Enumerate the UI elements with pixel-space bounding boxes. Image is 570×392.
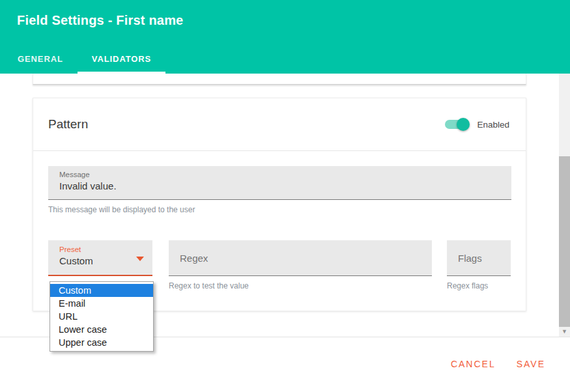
pattern-title: Pattern xyxy=(48,98,88,150)
message-field-value: Invalid value. xyxy=(59,180,511,191)
message-helper-text: This message will be displayed to the us… xyxy=(48,205,511,214)
preset-select-label: Preset xyxy=(59,245,152,253)
scrollbar-down-arrow-icon[interactable]: ▼ xyxy=(559,327,570,336)
field-settings-modal: Field Settings - First name GENERAL VALI… xyxy=(0,0,570,392)
dropdown-option-email[interactable]: E-mail xyxy=(50,297,153,310)
regex-column: Regex Regex to test the value xyxy=(169,240,432,290)
enabled-toggle-label: Enabled xyxy=(477,120,509,130)
tab-bar: GENERAL VALIDATORS xyxy=(3,44,165,74)
flags-input[interactable]: Flags xyxy=(447,240,511,276)
dropdown-option-custom[interactable]: Custom xyxy=(50,284,153,297)
enabled-toggle-row: Enabled xyxy=(445,98,509,150)
modal-header: Field Settings - First name GENERAL VALI… xyxy=(0,0,570,74)
flags-helper-text: Regex flags xyxy=(447,281,511,290)
save-button[interactable]: SAVE xyxy=(517,359,545,369)
tab-validators[interactable]: VALIDATORS xyxy=(78,44,165,74)
previous-card-edge xyxy=(33,74,526,85)
footer-buttons: CANCEL SAVE xyxy=(451,359,545,369)
cancel-button[interactable]: CANCEL xyxy=(451,359,496,369)
dropdown-option-upper-case[interactable]: Upper case xyxy=(50,336,153,349)
pattern-card: Pattern Enabled Message Invalid value. T… xyxy=(33,98,526,311)
preset-dropdown-list: Custom E-mail URL Lower case Upper case xyxy=(50,281,154,352)
regex-helper-text: Regex to test the value xyxy=(169,281,432,290)
message-field-label: Message xyxy=(59,171,511,178)
enabled-toggle[interactable] xyxy=(445,120,468,129)
preset-select[interactable]: Preset Custom xyxy=(48,240,152,276)
message-field[interactable]: Message Invalid value. xyxy=(48,166,511,200)
regex-input[interactable]: Regex xyxy=(169,240,432,276)
pattern-card-body: Message Invalid value. This message will… xyxy=(33,151,526,290)
dropdown-option-lower-case[interactable]: Lower case xyxy=(50,323,153,336)
pattern-card-header: Pattern Enabled xyxy=(33,98,526,151)
dropdown-option-url[interactable]: URL xyxy=(50,310,153,323)
flags-column: Flags Regex flags xyxy=(447,240,511,290)
chevron-down-icon xyxy=(136,257,144,261)
scrollbar-thumb[interactable] xyxy=(559,156,570,327)
tab-general[interactable]: GENERAL xyxy=(3,44,78,74)
vertical-scrollbar[interactable]: ▼ xyxy=(559,74,570,337)
page-title: Field Settings - First name xyxy=(17,13,183,28)
toggle-knob xyxy=(457,118,470,131)
